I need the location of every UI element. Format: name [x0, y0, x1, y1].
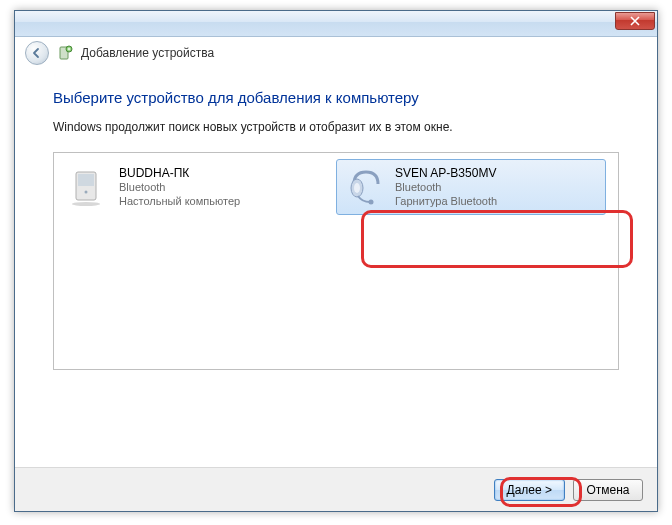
svg-rect-3	[78, 174, 94, 186]
next-button[interactable]: Далее >	[494, 479, 566, 501]
cancel-button[interactable]: Отмена	[573, 479, 643, 501]
device-protocol: Bluetooth	[395, 181, 497, 195]
close-button[interactable]	[615, 12, 655, 30]
back-arrow-icon	[31, 47, 43, 59]
svg-point-5	[85, 191, 88, 194]
device-type: Настольный компьютер	[119, 195, 240, 209]
content-area: Выберите устройство для добавления к ком…	[15, 69, 657, 380]
device-item-sven[interactable]: SVEN AP-B350MV Bluetooth Гарнитура Bluet…	[336, 159, 606, 215]
desktop-icon	[67, 165, 111, 209]
dialog-window: Добавление устройства Выберите устройств…	[14, 10, 658, 512]
svg-point-4	[72, 202, 100, 206]
svg-point-8	[369, 200, 374, 205]
add-device-icon	[57, 45, 73, 61]
device-info: SVEN AP-B350MV Bluetooth Гарнитура Bluet…	[395, 166, 497, 209]
page-heading: Выберите устройство для добавления к ком…	[53, 89, 619, 106]
back-button[interactable]	[25, 41, 49, 65]
svg-point-7	[354, 183, 360, 193]
nav-title: Добавление устройства	[81, 46, 214, 60]
device-protocol: Bluetooth	[119, 181, 240, 195]
device-name: BUDDHA-ПК	[119, 166, 240, 181]
device-list: BUDDHA-ПК Bluetooth Настольный компьютер…	[53, 152, 619, 370]
device-item-buddha[interactable]: BUDDHA-ПК Bluetooth Настольный компьютер	[60, 159, 330, 215]
device-type: Гарнитура Bluetooth	[395, 195, 497, 209]
device-info: BUDDHA-ПК Bluetooth Настольный компьютер	[119, 166, 240, 209]
titlebar	[15, 11, 657, 37]
nav-row: Добавление устройства	[15, 37, 657, 69]
headset-icon	[343, 165, 387, 209]
device-name: SVEN AP-B350MV	[395, 166, 497, 181]
page-subtext: Windows продолжит поиск новых устройств …	[53, 120, 619, 134]
close-icon	[630, 16, 640, 26]
footer: Далее > Отмена	[15, 467, 657, 511]
